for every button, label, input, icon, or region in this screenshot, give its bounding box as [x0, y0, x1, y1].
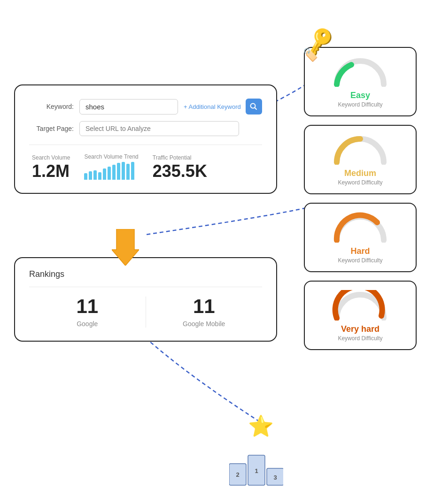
bar-4 [98, 172, 101, 180]
hard-label: Keyword Difficulty [338, 257, 382, 264]
add-keyword-button[interactable]: + Additional Keyword [184, 103, 241, 110]
medium-card: Medium Keyword Difficulty [304, 125, 417, 194]
rankings-panel: Rankings 11 Google 11 Google Mobile [14, 257, 277, 342]
trophy-decoration: 2 1 3 [229, 451, 283, 491]
google-mobile-value: 11 [193, 297, 215, 316]
url-input[interactable] [79, 121, 239, 136]
google-mobile-label: Google Mobile [183, 320, 225, 328]
rankings-title: Rankings [29, 269, 262, 279]
bar-6 [108, 167, 111, 180]
veryhard-card: Very hard Keyword Difficulty [304, 281, 417, 350]
bar-5 [103, 168, 106, 180]
easy-level: Easy [350, 91, 370, 100]
medium-label: Keyword Difficulty [338, 179, 382, 186]
veryhard-label: Keyword Difficulty [338, 335, 382, 342]
star-decoration: ⭐ [248, 414, 274, 438]
bar-1 [84, 173, 87, 180]
easy-card: Easy Keyword Difficulty [304, 47, 417, 116]
search-volume-label: Search Volume [32, 154, 70, 161]
veryhard-level: Very hard [341, 324, 380, 334]
medium-gauge [332, 134, 388, 165]
hard-gauge [332, 212, 388, 243]
bar-3 [93, 170, 97, 180]
difficulty-cards: Easy Keyword Difficulty Medium Keyword D… [304, 47, 417, 350]
hard-level: Hard [350, 246, 370, 256]
bar-11 [131, 162, 134, 180]
easy-gauge [332, 56, 388, 87]
tag-decoration: 🏷️ [303, 48, 318, 62]
bar-10 [126, 164, 130, 180]
easy-gauge-svg [332, 56, 388, 87]
google-label: Google [77, 320, 98, 328]
traffic-label: Traffic Potential [153, 154, 207, 161]
svg-line-1 [255, 108, 257, 110]
podium-icon: 2 1 3 [229, 451, 283, 489]
google-value: 11 [76, 297, 98, 316]
rankings-stats: 11 Google 11 Google Mobile [29, 297, 262, 328]
down-arrow-icon [112, 229, 139, 266]
google-ranking: 11 Google [29, 297, 146, 328]
trend-bar-chart [84, 162, 138, 180]
traffic-value: 235.5K [153, 163, 207, 180]
arrow-down [112, 229, 139, 267]
hard-gauge-svg [332, 212, 388, 243]
medium-gauge-svg [332, 134, 388, 165]
target-label: Target Page: [29, 125, 74, 132]
svg-text:2: 2 [236, 471, 239, 478]
keyword-label: Keyword: [29, 103, 74, 110]
panel-divider [29, 145, 262, 145]
bar-7 [112, 165, 116, 180]
google-mobile-ranking: 11 Google Mobile [146, 297, 263, 328]
veryhard-gauge [332, 290, 388, 321]
search-volume-block: Search Volume 1.2M [32, 154, 70, 180]
bar-8 [117, 163, 120, 180]
trend-block: Search Volume Trend [84, 153, 138, 180]
search-button[interactable] [246, 99, 262, 115]
hard-card: Hard Keyword Difficulty [304, 203, 417, 272]
bar-2 [89, 171, 92, 180]
main-container: 🔑 🏷️ Keyword: + Additional Keyword Targe… [0, 0, 426, 504]
keyword-panel: Keyword: + Additional Keyword Target Pag… [14, 84, 277, 194]
veryhard-gauge-svg [332, 290, 388, 321]
svg-marker-2 [112, 229, 139, 266]
svg-text:1: 1 [255, 467, 258, 474]
keyword-row: Keyword: + Additional Keyword [29, 99, 262, 115]
search-icon [250, 103, 257, 110]
trend-label: Search Volume Trend [84, 153, 138, 160]
stats-row: Search Volume 1.2M Search Volume Trend [29, 153, 262, 180]
easy-label: Keyword Difficulty [338, 101, 382, 108]
medium-level: Medium [344, 168, 376, 178]
keyword-input[interactable] [79, 99, 178, 115]
search-volume-value: 1.2M [32, 163, 70, 180]
traffic-block: Traffic Potential 235.5K [153, 154, 207, 180]
target-page-row: Target Page: [29, 121, 262, 136]
svg-text:3: 3 [273, 474, 277, 481]
bar-9 [122, 162, 125, 180]
rankings-divider [29, 287, 262, 287]
